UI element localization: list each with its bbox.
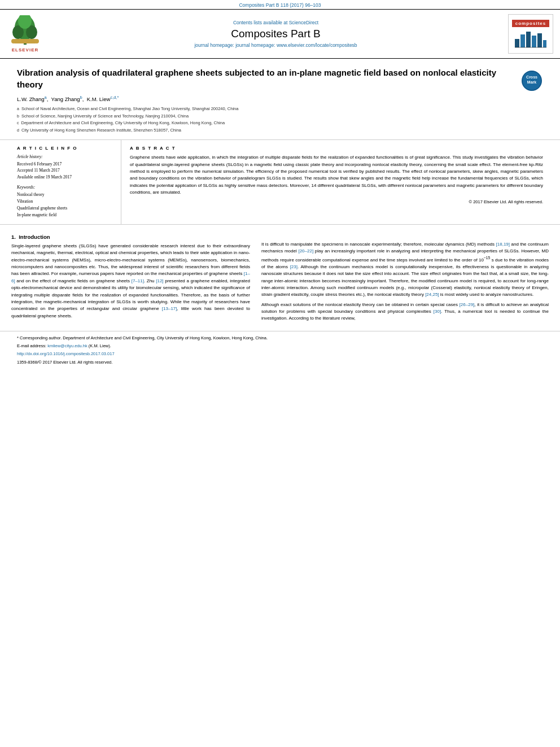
keywords-label: Keywords:	[17, 185, 112, 190]
keyword-quadrilateral: Quadrilateral graphene sheets	[17, 205, 112, 212]
keyword-nonlocal: Nonlocal theory	[17, 191, 112, 198]
sciencedirect-text: Contents lists available at ScienceDirec…	[55, 20, 497, 25]
affiliation-a: a School of Naval Architecture, Ocean an…	[17, 106, 515, 112]
abstract-text: Graphene sheets have wide application, i…	[130, 154, 543, 196]
copyright-line: © 2017 Elsevier Ltd. All rights reserved…	[130, 199, 543, 204]
right-column: It is difficult to manipulate the specim…	[259, 229, 549, 325]
ref-7-11[interactable]: [7–11]	[132, 278, 144, 283]
svg-rect-8	[515, 39, 519, 47]
section1-heading: 1. Introduction	[11, 234, 250, 240]
keywords-section: Keywords: Nonlocal theory Vibration Quad…	[17, 185, 112, 219]
aff-b-sup: b	[17, 113, 19, 120]
ref-12[interactable]: [12]	[156, 278, 163, 283]
section1-text3: Although exact solutions of the nonlocal…	[261, 302, 549, 322]
doi-line: http://dx.doi.org/10.1016/j.compositesb.…	[17, 351, 543, 357]
crossmark-badge[interactable]: Cross Mark	[520, 69, 543, 93]
journal-header: ELSEVIER Contents lists available at Sci…	[0, 9, 560, 59]
svg-rect-9	[520, 34, 525, 47]
article-info-column: A R T I C L E I N F O Article history: R…	[17, 140, 121, 224]
svg-rect-11	[532, 36, 536, 47]
author-liew: K.M. Liew	[87, 96, 111, 102]
affiliation-c: c Department of Architecture and Civil E…	[17, 120, 515, 126]
article-title-area: Vibration analysis of quadrilateral grap…	[17, 67, 515, 134]
journal-center-info: Contents lists available at ScienceDirec…	[43, 20, 508, 48]
page-container: Composites Part B 118 (2017) 96–103 ELSE…	[0, 0, 560, 747]
aff-d-sup: d	[17, 128, 19, 134]
composites-logo-graph-icon	[514, 29, 548, 49]
author-yang-zhang-sup: b	[80, 95, 82, 100]
abstract-heading: A B S T R A C T	[130, 146, 543, 151]
svg-rect-12	[537, 33, 542, 47]
ref-1-6[interactable]: [1–6]	[11, 271, 250, 283]
email-name: (K.M. Liew).	[89, 343, 111, 348]
history-accepted: Accepted 11 March 2017	[17, 167, 112, 173]
email-address[interactable]: kmliew@cityu.edu.hk	[47, 343, 88, 348]
composites-logo-box: composites	[508, 14, 553, 54]
issn-line: 1359-8368/© 2017 Elsevier Ltd. All right…	[17, 359, 543, 365]
journal-title: Composites Part B	[55, 28, 497, 40]
journal-citation: Composites Part B 118 (2017) 96–103	[239, 2, 321, 8]
issn-text: 1359-8368/© 2017 Elsevier Ltd. All right…	[17, 360, 112, 365]
svg-rect-5	[14, 39, 37, 43]
section1-text2: It is difficult to manipulate the specim…	[261, 241, 549, 299]
email-label: E-mail address:	[17, 343, 47, 348]
section1-text1: Single-layered graphene sheets (SLGSs) h…	[11, 243, 250, 320]
journal-citation-bar: Composites Part B 118 (2017) 96–103	[0, 0, 560, 9]
author-zhang-lw-sup: a	[45, 95, 47, 100]
history-received: Received 6 February 2017	[17, 161, 112, 167]
elsevier-tree-icon	[7, 15, 43, 46]
article-title-section: Vibration analysis of quadrilateral grap…	[0, 59, 560, 140]
article-info-heading: A R T I C L E I N F O	[17, 146, 112, 151]
ref-23[interactable]: [23]	[290, 264, 298, 269]
keyword-magnetic: In-plane magnetic field	[17, 212, 112, 219]
history-online: Available online 19 March 2017	[17, 174, 112, 180]
ref-20-22[interactable]: [20–22]	[298, 248, 313, 254]
history-label: Article history:	[17, 154, 112, 159]
affiliations: a School of Naval Architecture, Ocean an…	[17, 106, 515, 133]
elsevier-logo: ELSEVIER	[7, 15, 43, 53]
aff-d-text: City University of Hong Kong Shenzhen Re…	[21, 127, 181, 133]
svg-text:Mark: Mark	[527, 80, 536, 84]
ref-18-19[interactable]: [18,19]	[496, 242, 510, 247]
svg-text:Cross: Cross	[526, 75, 537, 79]
section1-number: 1. Introduction	[11, 234, 50, 240]
email-line: E-mail address: kmliew@cityu.edu.hk (K.M…	[17, 343, 543, 349]
article-history: Article history: Received 6 February 201…	[17, 154, 112, 180]
author-zhang-lw: L.W. Zhang	[17, 96, 45, 102]
aff-a-sup: a	[17, 106, 19, 112]
keyword-vibration: Vibration	[17, 198, 112, 205]
left-column: 1. Introduction Single-layered graphene …	[11, 229, 259, 325]
doi-link[interactable]: http://dx.doi.org/10.1016/j.compositesb.…	[17, 351, 115, 356]
svg-rect-13	[543, 40, 546, 47]
main-content: 1. Introduction Single-layered graphene …	[0, 229, 560, 325]
elsevier-name-text: ELSEVIER	[12, 47, 39, 53]
corresponding-author-note: * Corresponding author. Department of Ar…	[17, 335, 543, 341]
homepage-link-text[interactable]: journal homepage: www.elsevier.com/locat…	[235, 42, 357, 48]
affiliation-d: d City University of Hong Kong Shenzhen …	[17, 127, 515, 134]
aff-b-text: School of Science, Nanjing University of…	[21, 113, 189, 119]
article-info-abstract-section: A R T I C L E I N F O Article history: R…	[0, 140, 560, 225]
article-main-title: Vibration analysis of quadrilateral grap…	[17, 67, 515, 90]
abstract-column: A B S T R A C T Graphene sheets have wid…	[121, 140, 543, 224]
sciencedirect-link[interactable]: ScienceDirect	[289, 20, 318, 25]
author-liew-sup: c,d,*	[110, 95, 119, 100]
author-yang-zhang: Yang Zhang	[51, 96, 80, 102]
composites-logo-text: composites	[512, 20, 549, 27]
footer-section: * Corresponding author. Department of Ar…	[0, 331, 560, 369]
svg-point-6	[11, 39, 16, 43]
svg-point-7	[34, 39, 39, 43]
ref-30[interactable]: [30]	[434, 309, 441, 314]
authors-line: L.W. Zhanga, Yang Zhangb, K.M. Liewc,d,*	[17, 95, 515, 102]
corresponding-author-address: Department of Architecture and Civil Eng…	[63, 335, 268, 340]
svg-rect-10	[526, 32, 531, 47]
ref-13-17[interactable]: [13–17]	[162, 306, 177, 311]
homepage-url: journal homepage: journal homepage: www.…	[55, 42, 497, 48]
aff-c-text: Department of Architecture and Civil Eng…	[21, 120, 225, 126]
crossmark-icon: Cross Mark	[520, 69, 543, 92]
aff-a-text: School of Naval Architecture, Ocean and …	[21, 106, 239, 112]
ref-24-25[interactable]: [24,25]	[425, 292, 439, 297]
ref-26-29[interactable]: [26–29]	[460, 302, 475, 307]
aff-c-sup: c	[17, 120, 19, 126]
affiliation-b: b School of Science, Nanjing University …	[17, 113, 515, 120]
star-symbol: * Corresponding author.	[17, 335, 63, 340]
